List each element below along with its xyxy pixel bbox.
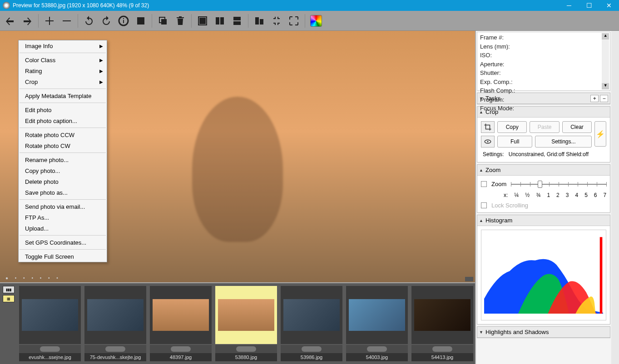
menu-item[interactable]: FTP As... xyxy=(19,212,107,223)
color-mgmt-button[interactable] xyxy=(310,15,322,27)
rotate-cw-button[interactable] xyxy=(100,15,113,27)
chevron-up-icon[interactable]: ▲ xyxy=(479,168,485,172)
svg-rect-16 xyxy=(600,237,603,314)
menu-item[interactable]: Color Class▶ xyxy=(19,54,107,65)
menu-item[interactable]: Edit photo caption... xyxy=(19,115,107,126)
crop-full-button[interactable]: Full xyxy=(497,136,532,148)
crop-copy-button[interactable]: Copy xyxy=(497,121,527,133)
menu-item[interactable]: Rotate photo CCW xyxy=(19,129,107,140)
thumbnail[interactable]: 53880.jpg xyxy=(215,286,277,362)
strip-view-grid[interactable]: ▦ xyxy=(3,295,15,302)
zoom-mark: 5 xyxy=(584,192,588,198)
close-button[interactable]: ✕ xyxy=(599,0,619,11)
minimize-button[interactable]: ─ xyxy=(559,0,579,11)
thumbnail[interactable]: 54413.jpg xyxy=(411,286,473,362)
zoom-mark: 6 xyxy=(594,192,597,198)
view-split-h-button[interactable] xyxy=(231,15,243,27)
maximize-button[interactable]: ☐ xyxy=(579,0,599,11)
zoom-header: Zoom xyxy=(485,167,608,173)
crop-settings-value: Unconstrained, Grid:off Shield:off xyxy=(509,151,589,157)
menu-item[interactable]: Edit photo xyxy=(19,104,107,115)
crop-settings-label: Settings: xyxy=(483,151,504,157)
menu-item[interactable]: Upload... xyxy=(19,223,107,234)
svg-rect-10 xyxy=(233,17,241,20)
menu-item[interactable]: Send photo via email... xyxy=(19,201,107,212)
context-menu: Image Info▶Color Class▶Rating▶Crop▶Apply… xyxy=(18,40,107,262)
menu-item[interactable]: Copy photo... xyxy=(19,165,107,176)
svg-rect-12 xyxy=(255,17,259,25)
eye-icon[interactable] xyxy=(481,136,495,148)
view-split-v-button[interactable] xyxy=(213,15,226,27)
copy-button[interactable] xyxy=(157,15,169,27)
menu-item[interactable]: Rotate photo CW xyxy=(19,140,107,151)
sidebar-scrollbar[interactable] xyxy=(611,31,619,364)
back-button[interactable] xyxy=(4,15,16,27)
zoom-mark: 2 xyxy=(556,192,560,198)
svg-rect-13 xyxy=(260,19,263,25)
metadata-row: ISO: xyxy=(480,51,607,60)
menu-item[interactable]: Set GPS Coordinates... xyxy=(19,237,107,248)
svg-rect-1 xyxy=(123,20,124,23)
thumbnail-caption: 54413.jpg xyxy=(411,353,473,361)
rotate-ccw-button[interactable] xyxy=(83,15,95,27)
menu-item[interactable]: Rename photo... xyxy=(19,154,107,165)
menu-item[interactable]: Image Info▶ xyxy=(19,40,107,51)
highlights-section: ▼ Highlights and Shadows xyxy=(477,326,610,338)
zoom-section: ▲ Zoom Zoom x:¼½¾12345678 Lock Scrolling xyxy=(477,164,610,213)
zoom-x-label: x: xyxy=(504,192,508,198)
menu-item[interactable]: Apply Metadata Template xyxy=(19,90,107,101)
svg-point-15 xyxy=(487,141,489,143)
menu-item[interactable]: Rating▶ xyxy=(19,65,107,76)
zoom-in-button[interactable] xyxy=(43,15,56,27)
delete-button[interactable] xyxy=(174,15,187,27)
crop-tool-icon[interactable] xyxy=(481,121,495,133)
menu-item[interactable]: Save photo as... xyxy=(19,187,107,198)
strip-view-filmstrip[interactable]: ▮▮▮ xyxy=(3,286,15,293)
svg-rect-9 xyxy=(220,17,224,25)
thumbnail[interactable]: 53986.jpg xyxy=(281,286,342,362)
zoom-slider[interactable] xyxy=(511,179,606,188)
thumbnail[interactable]: 48397.jpg xyxy=(150,286,212,362)
crop-clear-button[interactable]: Clear xyxy=(562,121,592,133)
thumbnail-strip: ▮▮▮ ▦ evushk...ssejne.jpg75-devushk...sk… xyxy=(0,282,475,364)
thumbnail[interactable]: evushk...ssejne.jpg xyxy=(19,286,81,362)
metadata-row: Focus Mode: xyxy=(480,104,607,113)
svg-rect-11 xyxy=(233,21,241,25)
forward-button[interactable] xyxy=(21,15,34,27)
svg-rect-3 xyxy=(137,17,144,25)
fullscreen-button[interactable] xyxy=(287,15,300,27)
metadata-row: Flash Comp.: xyxy=(480,86,607,95)
histogram-header: Histogram xyxy=(485,217,608,224)
view-single-button[interactable] xyxy=(196,15,209,27)
crop-section: ▲ Crop Copy Paste Clear Full xyxy=(477,106,610,162)
metadata-panel: Frame #:Lens (mm):ISO:Aperture:Shutter:E… xyxy=(477,32,610,91)
info-button[interactable] xyxy=(117,15,130,27)
menu-item[interactable]: Delete photo xyxy=(19,176,107,187)
chevron-up-icon[interactable]: ▲ xyxy=(479,218,485,223)
zoom-checkbox[interactable] xyxy=(481,181,487,187)
thumbnail[interactable]: 75-devushk...skejte.jpg xyxy=(84,286,146,362)
lock-scroll-label: Lock Scrolling xyxy=(491,202,528,209)
thumbnail-caption: 53986.jpg xyxy=(281,353,342,361)
crop-settings-button[interactable]: Settings... xyxy=(535,136,592,148)
zoom-out-button[interactable] xyxy=(60,15,73,27)
zoom-mark: ½ xyxy=(525,192,530,198)
thumbnail-caption: 53880.jpg xyxy=(215,353,277,361)
lock-scroll-checkbox[interactable] xyxy=(481,202,487,208)
metadata-row: Frame #: xyxy=(480,33,607,42)
menu-item[interactable]: Toggle Full Screen xyxy=(19,251,107,262)
thumbnail-caption: 54003.jpg xyxy=(346,353,408,361)
menu-item[interactable]: Crop▶ xyxy=(19,76,107,87)
shrink-button[interactable] xyxy=(270,15,283,27)
crop-paste-button[interactable]: Paste xyxy=(530,121,559,133)
svg-rect-7 xyxy=(199,18,206,24)
fit-button[interactable] xyxy=(253,15,266,27)
zoom-checkbox-label: Zoom xyxy=(491,181,506,187)
zoom-mark: 3 xyxy=(566,192,569,198)
chevron-down-icon[interactable]: ▼ xyxy=(479,330,485,334)
thumbnail[interactable]: 54003.jpg xyxy=(346,286,408,362)
meta-scroll-down[interactable]: ▼ xyxy=(602,83,609,89)
quick-crop-button[interactable]: ⚡ xyxy=(594,121,606,147)
tag-button[interactable] xyxy=(134,15,147,27)
meta-scroll-up[interactable]: ▲ xyxy=(602,33,609,39)
